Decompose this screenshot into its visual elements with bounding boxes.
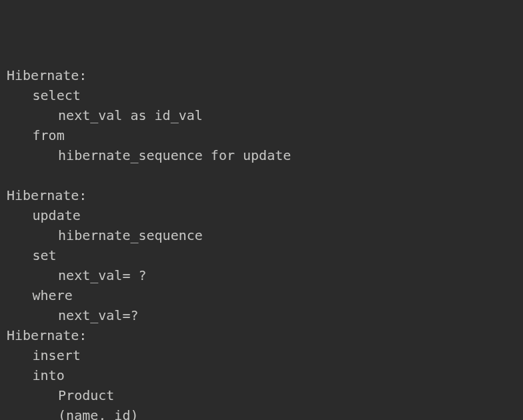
log-line: (name, id) (7, 405, 516, 420)
log-line (7, 165, 516, 185)
log-line: next_val=? (7, 305, 516, 325)
log-line: insert (7, 345, 516, 365)
log-line: where (7, 285, 516, 305)
log-line: into (7, 365, 516, 385)
log-line: next_val= ? (7, 265, 516, 285)
log-line: hibernate_sequence (7, 225, 516, 245)
log-line: Hibernate: (7, 325, 516, 345)
sql-log-output: Hibernate: selectnext_val as id_val from… (7, 65, 516, 420)
log-line: Product (7, 385, 516, 405)
log-line: Hibernate: (7, 65, 516, 85)
log-line: hibernate_sequence for update (7, 145, 516, 165)
log-line: select (7, 85, 516, 105)
log-line: next_val as id_val (7, 105, 516, 125)
log-line: set (7, 245, 516, 265)
log-line: update (7, 205, 516, 225)
log-line: Hibernate: (7, 185, 516, 205)
log-line: from (7, 125, 516, 145)
